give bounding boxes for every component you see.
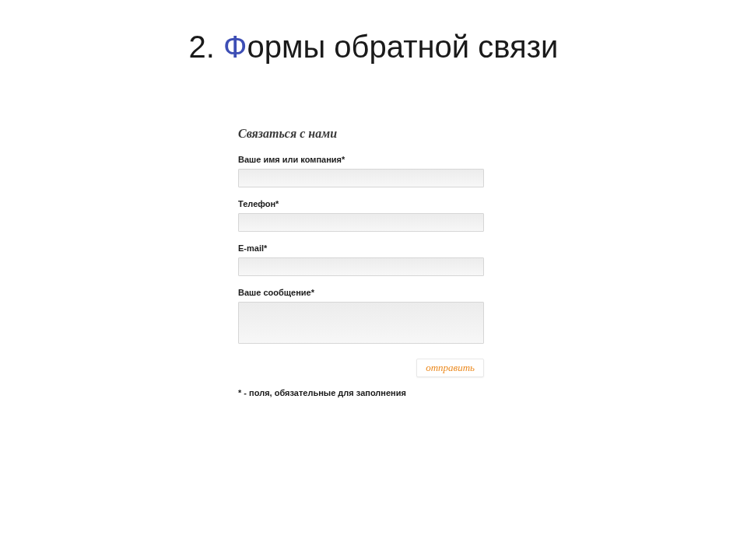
submit-row: отправить [238, 359, 484, 377]
title-first-letter: Ф [223, 30, 247, 64]
slide-title: 2. Формы обратной связи [0, 30, 747, 65]
message-label: Ваше сообщение* [238, 288, 510, 297]
title-prefix: 2. [189, 30, 223, 64]
phone-input[interactable] [238, 213, 484, 232]
name-input[interactable] [238, 169, 484, 187]
required-note: * - поля, обязательные для заполнения [238, 388, 510, 397]
contact-form: Связаться с нами Ваше имя или компания* … [238, 127, 510, 397]
title-rest: ормы обратной связи [247, 30, 559, 64]
form-heading: Связаться с нами [238, 127, 510, 141]
submit-button[interactable]: отправить [416, 359, 484, 377]
form-group-email: E-mail* [238, 243, 510, 276]
message-textarea[interactable] [238, 302, 484, 344]
form-group-phone: Телефон* [238, 199, 510, 232]
email-label: E-mail* [238, 243, 510, 253]
form-group-name: Ваше имя или компания* [238, 155, 510, 187]
phone-label: Телефон* [238, 199, 510, 208]
email-input[interactable] [238, 257, 484, 276]
name-label: Ваше имя или компания* [238, 155, 510, 164]
form-group-message: Ваше сообщение* [238, 288, 510, 347]
